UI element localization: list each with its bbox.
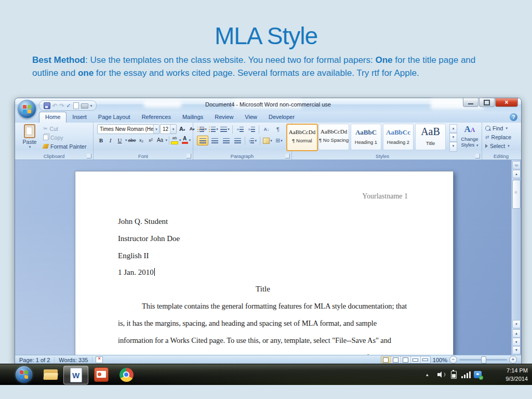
align-center-button[interactable]	[209, 136, 220, 145]
borders-button[interactable]: ⊞▾	[274, 136, 284, 145]
draft-view-icon[interactable]	[421, 356, 430, 363]
close-button[interactable]: ×	[495, 98, 518, 107]
copy-button[interactable]: Copy	[43, 133, 63, 142]
underline-button[interactable]: U	[115, 136, 124, 144]
font-color-dropdown-icon[interactable]: ▾	[189, 138, 191, 142]
dropbox-icon[interactable]	[474, 364, 482, 385]
style-heading-2[interactable]: AaBbCc Heading 2	[383, 124, 414, 150]
font-color-button[interactable]: A	[182, 136, 188, 144]
tab-page-layout[interactable]: Page Layout	[92, 112, 136, 123]
restore-button[interactable]	[479, 98, 495, 107]
scroll-up-icon[interactable]: ▴	[512, 170, 521, 178]
doc-line-instructor: Instructor John Doe	[118, 234, 180, 243]
taskbar-powerpoint-button[interactable]	[89, 366, 113, 383]
battery-icon[interactable]	[451, 364, 457, 385]
word-count[interactable]: Words: 335	[55, 357, 92, 363]
taskbar-explorer-button[interactable]	[38, 366, 62, 383]
show-hide-pilcrow-button[interactable]: ¶	[273, 125, 283, 134]
styles-gallery-more-icon[interactable]: ▾	[449, 142, 457, 152]
change-case-dropdown-icon[interactable]: ▾	[166, 138, 168, 142]
minimize-button[interactable]	[463, 98, 478, 107]
tab-insert[interactable]: Insert	[66, 112, 92, 123]
style-heading-1[interactable]: AaBbC Heading 1	[351, 124, 381, 150]
paste-button[interactable]: Paste ▾	[19, 124, 40, 151]
underline-dropdown-icon[interactable]: ▾	[125, 138, 127, 142]
numbering-button[interactable]: ▾	[208, 125, 219, 134]
scroll-down-icon[interactable]: ▾	[512, 320, 521, 328]
next-page-icon[interactable]: ▼	[512, 346, 521, 354]
print-layout-view-icon[interactable]	[381, 356, 391, 363]
tab-mailings[interactable]: Mailings	[177, 112, 209, 123]
clipboard-dialog-launcher[interactable]	[87, 154, 91, 158]
bold-button[interactable]: B	[97, 136, 105, 144]
previous-page-icon[interactable]: ▲	[512, 329, 521, 338]
zoom-slider[interactable]	[459, 359, 507, 361]
shading-button[interactable]: ▾	[262, 136, 273, 145]
scrollbar-thumb[interactable]	[512, 180, 521, 209]
tab-home[interactable]: Home	[39, 112, 66, 123]
tab-developer[interactable]: Developer	[263, 112, 300, 123]
styles-scroll-up-icon[interactable]: ▴	[449, 124, 457, 133]
align-left-button[interactable]	[197, 136, 208, 145]
justify-button[interactable]	[232, 136, 243, 145]
fullscreen-reading-view-icon[interactable]	[391, 356, 401, 363]
outline-view-icon[interactable]	[411, 356, 421, 363]
tab-review[interactable]: Review	[209, 112, 239, 123]
vertical-scrollbar[interactable]: ▭ ▴ ▾ ▲ ● ▼	[511, 160, 521, 355]
italic-button[interactable]: I	[106, 136, 115, 144]
document-page[interactable]: Yourlastname 1 John Q. Student Instructo…	[75, 171, 454, 355]
show-hidden-icons-button[interactable]: ▴	[426, 364, 429, 385]
highlight-color-button[interactable]: ab	[171, 136, 178, 144]
doc-title: Title	[118, 285, 408, 294]
font-family-dropdown-icon[interactable]: ▾	[153, 125, 159, 134]
font-size-dropdown-icon[interactable]: ▾	[170, 125, 176, 134]
format-painter-button[interactable]: Format Painter	[43, 142, 86, 151]
web-layout-view-icon[interactable]	[401, 356, 411, 363]
font-family-combo[interactable]: Times New Roman (Hea ▾	[97, 124, 159, 134]
ruler-toggle-icon[interactable]: ▭	[512, 161, 521, 169]
replace-button[interactable]: ⇄ Replace	[485, 133, 511, 141]
zoom-in-icon[interactable]: +	[509, 356, 517, 364]
decrease-indent-button[interactable]: «	[235, 125, 245, 134]
office-button[interactable]	[18, 100, 36, 118]
styles-scroll-down-icon[interactable]: ▾	[449, 133, 457, 142]
style-normal[interactable]: AaBbCcDd ¶ Normal	[286, 124, 318, 151]
line-spacing-button[interactable]: ↕▾	[247, 136, 258, 145]
find-button[interactable]: Find ▾	[485, 124, 508, 132]
highlight-dropdown-icon[interactable]: ▾	[179, 138, 181, 142]
grow-font-button[interactable]: A▴	[178, 125, 187, 133]
sort-button[interactable]: A↓	[261, 125, 272, 134]
taskbar-chrome-button[interactable]	[114, 366, 138, 383]
clock-time: 7:14 PM	[506, 366, 528, 375]
network-signal-icon[interactable]	[461, 364, 471, 385]
styles-dialog-launcher[interactable]	[475, 154, 480, 158]
proofing-status-icon[interactable]	[96, 356, 103, 363]
taskbar-clock[interactable]: 7:14 PM 9/3/2014	[506, 366, 528, 383]
increase-indent-button[interactable]: »	[246, 125, 257, 134]
volume-icon[interactable]	[437, 364, 443, 385]
subscript-button[interactable]: x₂	[137, 136, 146, 144]
align-right-button[interactable]	[221, 136, 231, 145]
cut-button[interactable]: ✂ Cut	[43, 124, 58, 133]
help-icon[interactable]: ?	[510, 113, 517, 121]
style-title[interactable]: AaB Title	[415, 124, 446, 150]
page-indicator[interactable]: Page: 1 of 2	[15, 357, 54, 363]
bullets-button[interactable]: ▾	[197, 125, 207, 134]
zoom-out-icon[interactable]: −	[449, 356, 457, 364]
select-button[interactable]: Select ▾	[485, 142, 510, 150]
change-case-button[interactable]: Aa	[156, 136, 165, 144]
start-button[interactable]	[16, 366, 32, 383]
style-no-spacing[interactable]: AaBbCcDd ¶ No Spacing	[318, 124, 349, 150]
change-styles-button[interactable]: AA Change Styles ▾	[459, 124, 481, 148]
font-dialog-launcher[interactable]	[187, 154, 191, 158]
taskbar-word-button[interactable]: W	[63, 366, 88, 384]
font-size-combo[interactable]: 12 ▾	[160, 124, 177, 134]
tab-references[interactable]: References	[136, 112, 177, 123]
strikethrough-button[interactable]: abe	[128, 136, 137, 144]
zoom-level[interactable]: 100%	[433, 357, 447, 363]
multilevel-list-button[interactable]: ▾	[220, 125, 230, 134]
tab-view[interactable]: View	[239, 112, 263, 123]
select-browse-object-icon[interactable]: ●	[512, 338, 521, 346]
zoom-slider-thumb[interactable]	[481, 356, 486, 364]
superscript-button[interactable]: x²	[147, 136, 155, 144]
